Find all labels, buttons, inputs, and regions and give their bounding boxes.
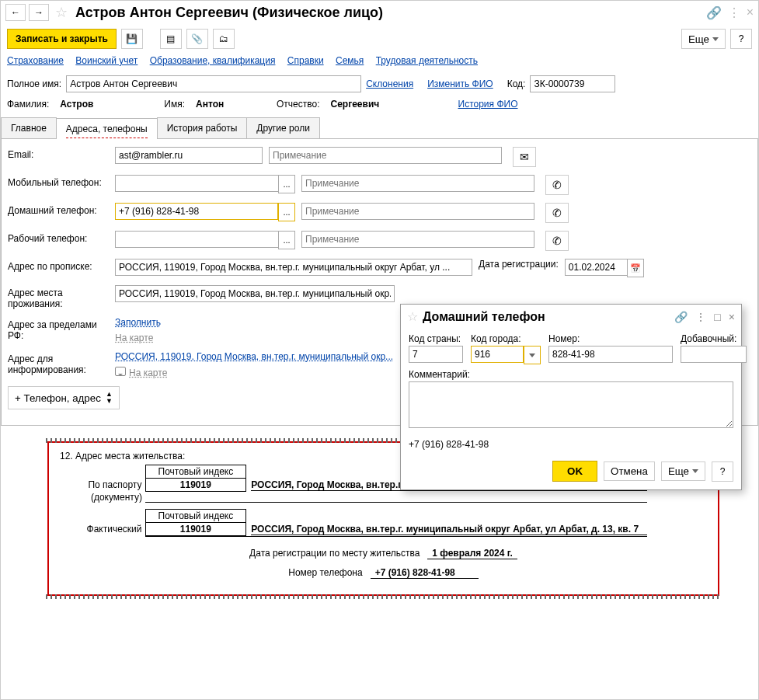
window-title: Астров Антон Сергеевич (Физическое лицо) bbox=[75, 5, 383, 21]
close-icon[interactable]: × bbox=[747, 5, 754, 19]
reg-date-label: Дата регистрации: bbox=[479, 259, 559, 270]
home-ellipsis-button[interactable]: ... bbox=[278, 203, 295, 221]
save-button[interactable]: 💾 bbox=[121, 29, 143, 49]
actual-address: РОССИЯ, Город Москва, вн.тер.г. муниципа… bbox=[251, 524, 647, 535]
patronymic-value: Сергеевич bbox=[331, 99, 424, 110]
ext-input[interactable] bbox=[681, 346, 747, 363]
tab-addresses[interactable]: Адреса, телефоны bbox=[56, 118, 158, 139]
home-phone-input[interactable] bbox=[115, 203, 278, 220]
link-family[interactable]: Семья bbox=[336, 55, 364, 66]
full-name-input[interactable] bbox=[66, 75, 361, 92]
patronymic-label: Отчество: bbox=[277, 99, 320, 110]
save-close-button[interactable]: Записать и закрыть bbox=[7, 29, 117, 49]
postal-index-2: 119019 bbox=[145, 523, 246, 536]
reg-date-input[interactable] bbox=[565, 259, 627, 276]
addr-inform-label: Адрес для информирования: bbox=[8, 351, 109, 375]
email-label: Email: bbox=[8, 147, 109, 160]
postal-index-label-2: Почтовый индекс bbox=[145, 510, 246, 523]
change-fio-link[interactable]: Изменить ФИО bbox=[427, 78, 493, 89]
email-note-input[interactable] bbox=[269, 147, 502, 164]
work-note-input[interactable] bbox=[301, 231, 534, 248]
favorite-star-icon[interactable]: ☆ bbox=[55, 4, 68, 21]
add-phone-address-button[interactable]: + Телефон, адрес ▲▼ bbox=[8, 386, 120, 409]
work-phone-input[interactable] bbox=[115, 231, 278, 248]
phone-line-value: +7 (916) 828-41-98 bbox=[371, 567, 479, 579]
addr-inform-link[interactable]: РОССИЯ, 119019, Город Москва, вн.тер.г. … bbox=[115, 351, 393, 362]
attach-button[interactable]: 📎 bbox=[186, 29, 208, 49]
country-code-label: Код страны: bbox=[409, 333, 463, 344]
name-value: Антон bbox=[196, 99, 266, 110]
passport-label: По паспорту bbox=[60, 479, 145, 492]
link-refs[interactable]: Справки bbox=[287, 55, 324, 66]
dialog-star-icon[interactable]: ☆ bbox=[407, 309, 418, 324]
fill-link[interactable]: Заполнить bbox=[115, 317, 161, 328]
chevron-down-icon bbox=[712, 37, 719, 41]
reg-line-label: Дата регистрации по месту жительства bbox=[249, 548, 420, 559]
home-phone-label: Домашний телефон: bbox=[8, 203, 109, 216]
send-email-button[interactable] bbox=[513, 147, 536, 167]
link-labor[interactable]: Трудовая деятельность bbox=[376, 55, 478, 66]
mobile-input[interactable] bbox=[115, 175, 278, 192]
dialog-link-icon[interactable]: 🔗 bbox=[674, 311, 688, 323]
full-name-label: Полное имя: bbox=[7, 78, 61, 89]
addr-reg-label: Адрес по прописке: bbox=[8, 259, 109, 272]
help-button[interactable]: ? bbox=[730, 29, 752, 49]
dialog-more-button[interactable]: Еще bbox=[661, 461, 705, 481]
reg-line-value: 1 февраля 2024 г. bbox=[427, 548, 517, 559]
tab-roles[interactable]: Другие роли bbox=[246, 117, 320, 138]
dialog-ok-button[interactable]: OK bbox=[552, 461, 597, 482]
postal-index-label-1: Почтовый индекс bbox=[145, 465, 246, 479]
updown-icon: ▲▼ bbox=[106, 391, 113, 405]
call-mobile-button[interactable] bbox=[545, 175, 569, 195]
dialog-close-icon[interactable]: × bbox=[729, 311, 735, 323]
mobile-ellipsis-button[interactable]: ... bbox=[278, 175, 295, 193]
document-button[interactable]: ▤ bbox=[160, 29, 182, 49]
email-input[interactable] bbox=[115, 147, 263, 164]
city-code-dropdown[interactable] bbox=[524, 346, 541, 364]
comment-icon[interactable] bbox=[115, 367, 126, 376]
addr-reg-input[interactable] bbox=[115, 259, 472, 276]
country-code-input[interactable] bbox=[409, 346, 463, 363]
more-button[interactable]: Еще bbox=[681, 29, 726, 49]
addr-live-input[interactable] bbox=[115, 285, 395, 302]
number-input[interactable] bbox=[548, 346, 673, 363]
comment-textarea[interactable] bbox=[409, 381, 733, 428]
tab-main[interactable]: Главное bbox=[1, 117, 57, 138]
declensions-link[interactable]: Склонения bbox=[366, 78, 413, 89]
dialog-kebab-icon[interactable]: ⋮ bbox=[695, 311, 706, 323]
mobile-note-input[interactable] bbox=[301, 175, 534, 192]
nav-back-button[interactable]: ← bbox=[5, 4, 26, 21]
name-label: Имя: bbox=[164, 99, 185, 110]
kebab-icon[interactable]: ⋮ bbox=[728, 5, 740, 20]
dialog-cancel-button[interactable]: Отмена bbox=[604, 461, 655, 481]
addr-live-label: Адрес места проживания: bbox=[8, 285, 109, 309]
home-phone-dialog: ☆ Домашний телефон 🔗 ⋮ □ × Код страны: К… bbox=[400, 304, 742, 490]
code-label: Код: bbox=[507, 78, 526, 89]
dialog-maximize-icon[interactable]: □ bbox=[714, 311, 720, 323]
work-ellipsis-button[interactable]: ... bbox=[278, 231, 295, 249]
dialog-title: Домашний телефон bbox=[423, 310, 545, 324]
nav-forward-button[interactable]: → bbox=[29, 4, 49, 21]
on-map-link-2[interactable]: На карте bbox=[129, 367, 167, 378]
on-map-link-1[interactable]: На карте bbox=[115, 333, 153, 343]
link-icon[interactable]: 🔗 bbox=[706, 5, 722, 20]
link-military[interactable]: Воинский учет bbox=[75, 55, 138, 66]
surname-value: Астров bbox=[60, 99, 153, 110]
home-note-input[interactable] bbox=[301, 203, 534, 220]
city-code-input[interactable] bbox=[471, 346, 524, 363]
folder-button[interactable]: 🗂 bbox=[213, 29, 235, 49]
dialog-help-button[interactable]: ? bbox=[712, 461, 733, 482]
history-fio-link[interactable]: История ФИО bbox=[458, 99, 518, 110]
mobile-label: Мобильный телефон: bbox=[8, 175, 109, 188]
chevron-down-icon bbox=[692, 469, 698, 473]
postal-index-1: 119019 bbox=[145, 479, 246, 492]
link-insurance[interactable]: Страхование bbox=[7, 55, 64, 66]
addr-abroad-label: Адрес за пределами РФ: bbox=[8, 317, 109, 341]
call-work-button[interactable] bbox=[545, 231, 569, 251]
link-education[interactable]: Образование, квалификация bbox=[150, 55, 276, 66]
tab-history[interactable]: История работы bbox=[157, 117, 248, 138]
calendar-button[interactable]: 📅 bbox=[627, 259, 644, 277]
city-code-label: Код города: bbox=[471, 333, 541, 344]
code-input[interactable] bbox=[530, 75, 615, 92]
call-home-button[interactable] bbox=[545, 203, 569, 223]
